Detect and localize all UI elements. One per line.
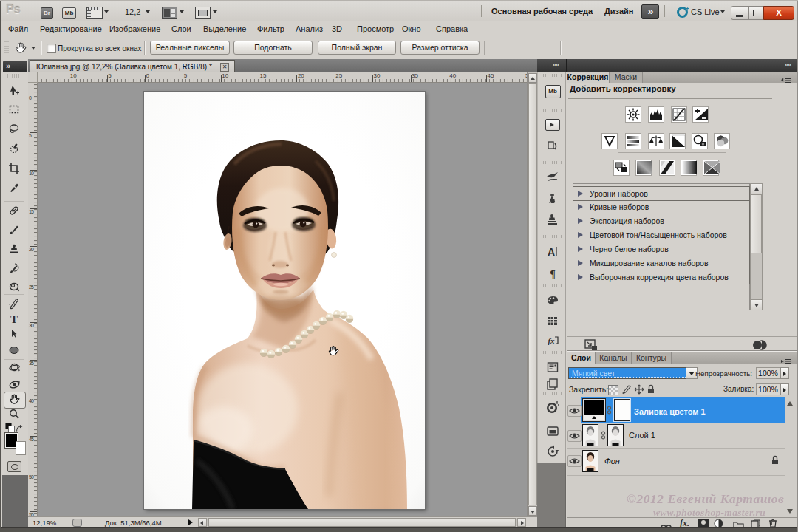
svg-text:A: A <box>548 246 555 258</box>
svg-text:fx: fx <box>548 336 555 345</box>
svg-text:¶: ¶ <box>550 269 556 280</box>
svg-text:T: T <box>10 313 18 325</box>
